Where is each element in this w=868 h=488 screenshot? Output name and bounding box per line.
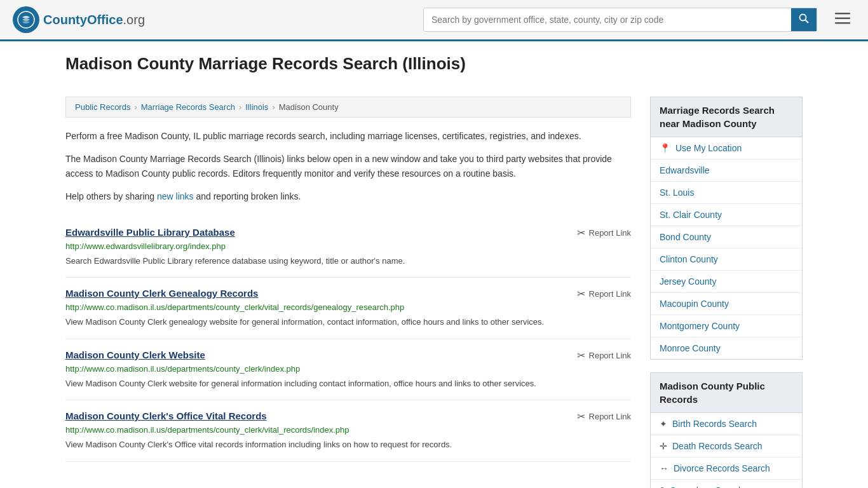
report-link[interactable]: ✂ Report Link <box>577 410 631 423</box>
search-button[interactable] <box>791 8 817 31</box>
pin-icon: 📍 <box>660 143 670 153</box>
record-header: Edwardsville Public Library Database ✂ R… <box>65 227 631 239</box>
sidebar: Marriage Records Search near Madison Cou… <box>650 97 803 488</box>
search-input[interactable] <box>424 10 791 30</box>
search-bar <box>423 8 817 32</box>
sidebar-item-use-location[interactable]: 📍 Use My Location <box>651 137 802 159</box>
svg-point-1 <box>800 15 806 21</box>
svg-rect-4 <box>835 18 850 20</box>
menu-button[interactable] <box>830 9 855 30</box>
record-header: Madison County Clerk Genealogy Records ✂… <box>65 288 631 300</box>
report-icon: ✂ <box>577 288 585 300</box>
report-link[interactable]: ✂ Report Link <box>577 227 631 239</box>
description-para3: Help others by sharing new links and rep… <box>65 189 631 203</box>
record-url[interactable]: http://www.edwardsvillelibrary.org/index… <box>65 241 631 251</box>
sidebar-item-bond-county[interactable]: Bond County <box>651 226 802 248</box>
sidebar-nearby-header: Marriage Records Search near Madison Cou… <box>650 97 803 137</box>
record-item: Madison County Clerk's Office Vital Reco… <box>65 400 631 462</box>
sidebar-item-genealogy[interactable]: ? Genealogy Search <box>651 480 802 488</box>
record-url[interactable]: http://www.co.madison.il.us/departments/… <box>65 364 631 374</box>
breadcrumb-illinois[interactable]: Illinois <box>245 102 268 112</box>
use-my-location-link[interactable]: Use My Location <box>675 143 742 153</box>
breadcrumb-public-records[interactable]: Public Records <box>75 102 130 112</box>
sidebar-item-death-records[interactable]: ✛ Death Records Search <box>651 435 802 458</box>
sidebar-nearby-section: Marriage Records Search near Madison Cou… <box>650 97 803 360</box>
breadcrumb-sep-2: › <box>239 102 241 112</box>
record-url[interactable]: http://www.co.madison.il.us/departments/… <box>65 302 631 312</box>
records-list: Edwardsville Public Library Database ✂ R… <box>65 217 631 462</box>
site-header: CountyOffice.org <box>0 0 868 41</box>
record-desc: View Madison County Clerk website for ge… <box>65 377 631 390</box>
death-icon: ✛ <box>660 441 667 451</box>
genealogy-icon: ? <box>660 485 665 488</box>
breadcrumb: Public Records › Marriage Records Search… <box>65 97 631 118</box>
breadcrumb-sep-3: › <box>272 102 275 112</box>
record-item: Madison County Clerk Genealogy Records ✂… <box>65 278 631 339</box>
record-desc: Search Edwardsville Public Library refer… <box>65 255 631 268</box>
logo-icon <box>13 6 39 33</box>
report-icon: ✂ <box>577 410 585 423</box>
sidebar-public-records-header: Madison County Public Records <box>650 372 803 413</box>
logo-text: CountyOffice.org <box>43 13 145 27</box>
report-icon: ✂ <box>577 227 585 239</box>
description-para2: The Madison County Marriage Records Sear… <box>65 152 631 180</box>
page-title-area: Madison County Marriage Records Search (… <box>53 41 815 74</box>
report-link[interactable]: ✂ Report Link <box>577 349 631 362</box>
svg-rect-5 <box>835 22 850 24</box>
record-desc: View Madison County Clerk's Office vital… <box>65 438 631 451</box>
record-desc: View Madison County Clerk genealogy webs… <box>65 316 631 329</box>
sidebar-item-monroe-county[interactable]: Monroe County <box>651 337 802 359</box>
sidebar-nearby-list: 📍 Use My Location Edwardsville St. Louis… <box>650 137 803 360</box>
divorce-icon: ↔ <box>660 463 668 473</box>
report-icon: ✂ <box>577 349 585 362</box>
sidebar-item-clinton-county[interactable]: Clinton County <box>651 248 802 271</box>
record-header: Madison County Clerk's Office Vital Reco… <box>65 410 631 423</box>
sidebar-item-st-clair-county[interactable]: St. Clair County <box>651 204 802 226</box>
record-item: Edwardsville Public Library Database ✂ R… <box>65 217 631 278</box>
report-link[interactable]: ✂ Report Link <box>577 288 631 300</box>
sidebar-public-records-section: Madison County Public Records ✦ Birth Re… <box>650 372 803 488</box>
sidebar-item-birth-records[interactable]: ✦ Birth Records Search <box>651 413 802 435</box>
record-title[interactable]: Madison County Clerk Website <box>65 349 205 360</box>
record-header: Madison County Clerk Website ✂ Report Li… <box>65 349 631 362</box>
main-content: Public Records › Marriage Records Search… <box>65 97 631 488</box>
record-url[interactable]: http://www.co.madison.il.us/departments/… <box>65 425 631 435</box>
sidebar-item-macoupin-county[interactable]: Macoupin County <box>651 293 802 315</box>
record-item: Madison County Clerk Website ✂ Report Li… <box>65 339 631 401</box>
sidebar-public-records-list: ✦ Birth Records Search ✛ Death Records S… <box>650 413 803 488</box>
birth-icon: ✦ <box>660 419 667 429</box>
sidebar-item-jersey-county[interactable]: Jersey County <box>651 271 802 293</box>
sidebar-item-divorce-records[interactable]: ↔ Divorce Records Search <box>651 458 802 480</box>
sidebar-item-edwardsville[interactable]: Edwardsville <box>651 159 802 182</box>
description-para1: Perform a free Madison County, IL public… <box>65 129 631 143</box>
page-title: Madison County Marriage Records Search (… <box>65 54 803 74</box>
new-links-link[interactable]: new links <box>157 191 194 201</box>
sidebar-item-st-louis[interactable]: St. Louis <box>651 182 802 204</box>
record-title[interactable]: Madison County Clerk Genealogy Records <box>65 288 258 299</box>
sidebar-item-montgomery-county[interactable]: Montgomery County <box>651 315 802 337</box>
breadcrumb-madison-county: Madison County <box>279 102 339 112</box>
main-container: Public Records › Marriage Records Search… <box>53 84 815 488</box>
record-title[interactable]: Madison County Clerk's Office Vital Reco… <box>65 410 267 421</box>
breadcrumb-sep-1: › <box>134 102 137 112</box>
record-title[interactable]: Edwardsville Public Library Database <box>65 227 235 238</box>
svg-rect-3 <box>835 13 850 15</box>
svg-line-2 <box>806 20 809 24</box>
logo-link[interactable]: CountyOffice.org <box>13 6 145 33</box>
breadcrumb-marriage-records[interactable]: Marriage Records Search <box>141 102 235 112</box>
